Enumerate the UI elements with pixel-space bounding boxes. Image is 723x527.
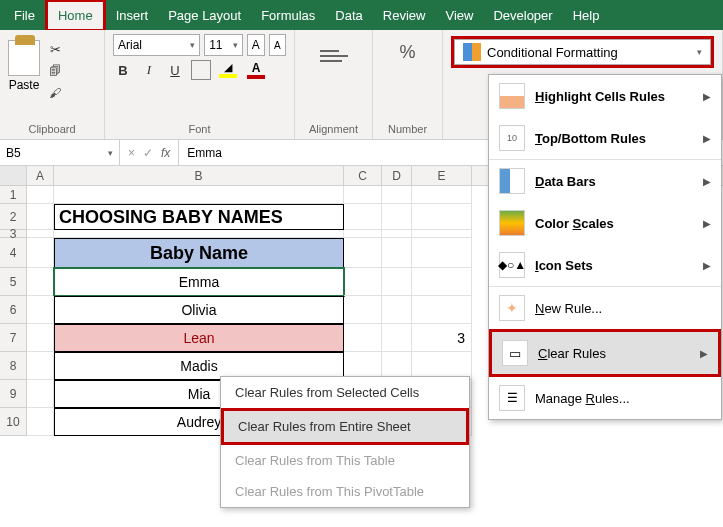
cf-icon	[463, 43, 481, 61]
tab-data[interactable]: Data	[325, 0, 372, 30]
tab-home[interactable]: Home	[48, 2, 103, 29]
chevron-down-icon: ▾	[233, 40, 238, 50]
col-header-c[interactable]: C	[344, 166, 382, 185]
arrow-right-icon: ▶	[700, 348, 708, 359]
font-size-value: 11	[209, 38, 222, 52]
chevron-down-icon: ▾	[190, 40, 195, 50]
cell-b6[interactable]: Olivia	[54, 296, 344, 324]
submenu-clear-selected[interactable]: Clear Rules from Selected Cells	[221, 377, 469, 408]
cell-e7[interactable]: 3	[412, 324, 472, 352]
menu-highlight-cells-rules[interactable]: Highlight Cells Rules ▶	[489, 75, 721, 117]
menu-manage-rules[interactable]: ☰ Manage Rules...	[489, 377, 721, 419]
menu-bar: File Home Insert Page Layout Formulas Da…	[0, 0, 723, 30]
copy-icon[interactable]	[46, 62, 64, 80]
menu-color-scales[interactable]: Color Scales ▶	[489, 202, 721, 244]
tab-review[interactable]: Review	[373, 0, 436, 30]
row-header[interactable]: 5	[0, 268, 27, 296]
font-color-button[interactable]: A	[245, 61, 267, 79]
alignment-title: Alignment	[303, 121, 364, 137]
tab-view[interactable]: View	[435, 0, 483, 30]
highlight-cf: Conditional Formatting ▾	[451, 36, 714, 68]
new-rule-icon: ✦	[499, 295, 525, 321]
col-header-e[interactable]: E	[412, 166, 472, 185]
manage-rules-icon: ☰	[499, 385, 525, 411]
cell-b7[interactable]: Lean	[54, 324, 344, 352]
cut-icon[interactable]	[46, 40, 64, 58]
select-all-corner[interactable]	[0, 166, 27, 185]
row-header[interactable]: 9	[0, 380, 27, 408]
highlight-cells-icon	[499, 83, 525, 109]
enter-icon[interactable]: ✓	[143, 146, 153, 160]
arrow-right-icon: ▶	[703, 91, 711, 102]
arrow-right-icon: ▶	[703, 218, 711, 229]
group-number: % Number	[373, 30, 443, 139]
font-name-value: Arial	[118, 38, 142, 52]
row-header[interactable]: 6	[0, 296, 27, 324]
menu-top-bottom-rules[interactable]: 10 Top/Bottom Rules ▶	[489, 117, 721, 159]
submenu-clear-entire-sheet[interactable]: Clear Rules from Entire Sheet	[224, 411, 466, 442]
tab-formulas[interactable]: Formulas	[251, 0, 325, 30]
tab-page-layout[interactable]: Page Layout	[158, 0, 251, 30]
group-alignment: Alignment	[295, 30, 373, 139]
color-scales-icon	[499, 210, 525, 236]
paste-label: Paste	[9, 78, 40, 92]
cf-label: Conditional Formatting	[487, 45, 618, 60]
tab-file[interactable]: File	[4, 0, 45, 30]
row-header[interactable]: 8	[0, 352, 27, 380]
highlight-entire-sheet: Clear Rules from Entire Sheet	[221, 408, 469, 445]
chevron-down-icon: ▾	[697, 47, 702, 57]
name-box-value: B5	[6, 146, 21, 160]
formula-value: Emma	[187, 146, 222, 160]
col-header-a[interactable]: A	[27, 166, 54, 185]
tab-help[interactable]: Help	[563, 0, 610, 30]
menu-new-rule[interactable]: ✦ New Rule...	[489, 286, 721, 329]
cell-b5[interactable]: Emma	[54, 268, 344, 296]
bold-button[interactable]: B	[113, 60, 133, 80]
font-size-combo[interactable]: 11▾	[204, 34, 243, 56]
italic-button[interactable]: I	[139, 60, 159, 80]
arrow-right-icon: ▶	[703, 176, 711, 187]
number-title: Number	[381, 121, 434, 137]
menu-icon-sets[interactable]: ◆○▲ Icon Sets ▶	[489, 244, 721, 286]
clear-rules-submenu: Clear Rules from Selected Cells Clear Ru…	[220, 376, 470, 508]
icon-sets-icon: ◆○▲	[499, 252, 525, 278]
underline-button[interactable]: U	[165, 60, 185, 80]
col-header-b[interactable]: B	[54, 166, 344, 185]
font-name-combo[interactable]: Arial▾	[113, 34, 200, 56]
row-header[interactable]: 7	[0, 324, 27, 352]
menu-data-bars[interactable]: Data Bars ▶	[489, 159, 721, 202]
top-bottom-icon: 10	[499, 125, 525, 151]
alignment-icon[interactable]	[320, 42, 348, 70]
increase-font-button[interactable]: A	[247, 34, 264, 56]
paste-button[interactable]: Paste	[8, 34, 40, 92]
cell-header[interactable]: Baby Name	[54, 238, 344, 268]
border-button[interactable]	[191, 60, 211, 80]
highlight-clear-rules: ▭ Clear Rules ▶	[489, 329, 721, 377]
font-title: Font	[113, 121, 286, 137]
format-painter-icon[interactable]	[46, 84, 64, 102]
highlight-home: Home	[45, 0, 106, 30]
cell-title[interactable]: CHOOSING BABY NAMES	[54, 204, 344, 230]
conditional-formatting-button[interactable]: Conditional Formatting ▾	[454, 39, 711, 65]
fx-icon[interactable]: fx	[161, 146, 170, 160]
data-bars-icon	[499, 168, 525, 194]
decrease-font-button[interactable]: A	[269, 34, 286, 56]
tab-insert[interactable]: Insert	[106, 0, 159, 30]
name-box[interactable]: B5 ▾	[0, 140, 120, 165]
col-header-d[interactable]: D	[382, 166, 412, 185]
cancel-icon[interactable]: ×	[128, 146, 135, 160]
row-header[interactable]: 1	[0, 186, 27, 204]
conditional-formatting-menu: Highlight Cells Rules ▶ 10 Top/Bottom Ru…	[488, 74, 722, 420]
group-font: Arial▾ 11▾ A A B I U ◢ A Font	[105, 30, 295, 139]
row-header[interactable]: 3	[0, 230, 27, 238]
menu-clear-rules[interactable]: ▭ Clear Rules ▶	[492, 332, 718, 374]
arrow-right-icon: ▶	[703, 260, 711, 271]
arrow-right-icon: ▶	[703, 133, 711, 144]
row-header[interactable]: 4	[0, 238, 27, 268]
row-header[interactable]: 10	[0, 408, 27, 436]
tab-developer[interactable]: Developer	[483, 0, 562, 30]
fill-color-button[interactable]: ◢	[217, 61, 239, 79]
clipboard-title: Clipboard	[8, 121, 96, 137]
percent-icon[interactable]: %	[399, 42, 415, 63]
chevron-down-icon: ▾	[108, 148, 113, 158]
